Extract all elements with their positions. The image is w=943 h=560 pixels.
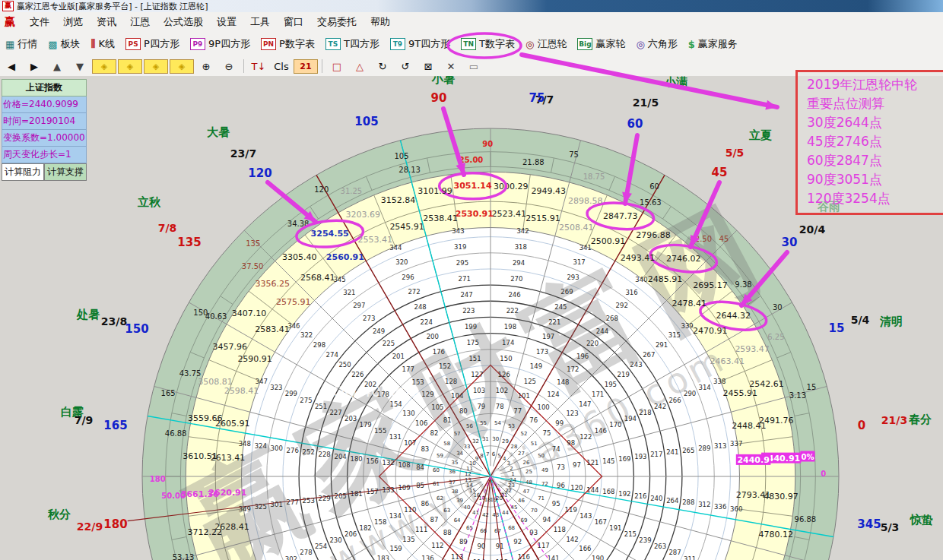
- spiral-number: 312: [698, 501, 710, 508]
- calc-resistance-button[interactable]: 计算阻力: [2, 163, 44, 181]
- pan-left-icon[interactable]: ◈: [92, 59, 116, 74]
- toolbar-button-0[interactable]: ▦行情: [0, 34, 43, 54]
- shrink-icon[interactable]: ✕: [440, 59, 462, 74]
- spiral-number: 220: [586, 340, 599, 347]
- spiral-number: 85: [416, 482, 424, 489]
- toolbar-button-label: 9T四方形: [408, 37, 450, 51]
- spiral-number: 40: [464, 505, 471, 511]
- ts-badge-icon: TS: [325, 38, 341, 50]
- toolbar-button-9[interactable]: ◎江恩轮: [520, 34, 572, 54]
- toolbar-button-1[interactable]: ▩板块: [43, 34, 85, 54]
- spiral-number: 91: [496, 543, 504, 550]
- menu-item-2[interactable]: 资讯: [90, 13, 123, 31]
- outer-price-label: 2746.02: [666, 254, 701, 264]
- toolbar-button-7[interactable]: T99T四方形: [385, 34, 456, 54]
- menu-item-4[interactable]: 公式选股: [157, 13, 210, 31]
- spiral-number: 248: [414, 303, 427, 311]
- menu-item-9[interactable]: 帮助: [364, 13, 397, 31]
- menu-item-7[interactable]: 窗口: [277, 13, 310, 31]
- pct-label: 96.88: [795, 515, 817, 524]
- toolbar-button-6[interactable]: TST四方形: [320, 34, 385, 54]
- forward-icon[interactable]: ▶: [23, 59, 46, 74]
- spiral-number: 175: [467, 339, 479, 346]
- table-icon: ▦: [5, 39, 14, 50]
- pct-label: 46.88: [165, 429, 187, 438]
- inner-price-label: 2545.91: [389, 222, 424, 232]
- menu-item-5[interactable]: 设置: [210, 13, 243, 31]
- calendar-icon[interactable]: 21: [294, 59, 318, 74]
- annotation-line-5: 90度3051点: [807, 170, 943, 189]
- menu-item-1[interactable]: 浏览: [56, 13, 90, 31]
- pct-label: 9.38: [735, 280, 751, 289]
- pan-right-icon[interactable]: ◈: [118, 59, 142, 74]
- spiral-number: 78: [496, 403, 504, 410]
- back-icon[interactable]: ◀: [0, 59, 23, 74]
- calc-support-button[interactable]: 计算支撑: [44, 163, 87, 181]
- screen-icon[interactable]: ▭: [462, 59, 485, 74]
- spiral-number: 8: [480, 453, 483, 459]
- inner-price-label: 2515.91: [525, 214, 560, 223]
- spiral-number: 66: [480, 528, 487, 534]
- spiral-number: 345: [333, 276, 345, 283]
- spiral-number: 135: [402, 536, 414, 543]
- spiral-number: 148: [557, 378, 569, 386]
- spiral-number: 31: [482, 436, 489, 442]
- menu-item-8[interactable]: 交易委托: [310, 13, 364, 31]
- toolbar-button-5[interactable]: PNP数字表: [256, 34, 320, 54]
- toolbar-button-12[interactable]: $赢家服务: [683, 34, 743, 54]
- toolbar-button-4[interactable]: P99P四方形: [185, 34, 256, 54]
- app-logo-icon: 赢: [5, 15, 15, 29]
- toolbar-button-label: 江恩轮: [537, 37, 567, 51]
- spiral-number: 136: [421, 555, 433, 560]
- spiral-number: 263: [654, 543, 666, 550]
- box-x-icon[interactable]: ⊠: [417, 59, 440, 74]
- spiral-number: 56: [466, 423, 473, 429]
- pct-label: 3.13: [789, 391, 806, 400]
- annotation-line-1: 重要点位测算: [807, 94, 943, 113]
- spiral-number: 348: [239, 440, 251, 448]
- spiral-number: 317: [573, 258, 586, 266]
- spiral-number: 71: [538, 495, 545, 501]
- toolbar-button-3[interactable]: PSP四方形: [120, 34, 185, 54]
- angle-label: 120: [248, 166, 271, 180]
- menu-item-3[interactable]: 江恩: [123, 13, 157, 31]
- toolbar-button-2[interactable]: ⫼K线: [86, 34, 121, 54]
- pan-up-icon[interactable]: ◈: [144, 59, 168, 74]
- degree-tick: 60: [649, 182, 659, 191]
- spiral-number: 192: [618, 490, 630, 498]
- spiral-number: 43: [492, 512, 499, 518]
- spiral-number: 119: [565, 506, 577, 514]
- pct-label: 28.13: [398, 166, 421, 174]
- toolbar-button-10[interactable]: Big赢家轮: [572, 34, 630, 54]
- rotate-cw-icon[interactable]: ↻: [371, 59, 394, 74]
- menu-item-0[interactable]: 文件: [23, 13, 56, 31]
- toolbar-button-8[interactable]: TNT数字表: [456, 34, 520, 54]
- outer-price-label: 2644.32: [716, 311, 751, 321]
- outer-price-label: 3407.10: [232, 308, 267, 318]
- spiral-number: 63: [443, 508, 450, 514]
- spiral-number: 90: [477, 543, 485, 550]
- spiral-number: 147: [579, 400, 591, 408]
- menu-item-6[interactable]: 工具: [243, 13, 277, 31]
- spiral-number: 247: [460, 291, 472, 299]
- updown-icon[interactable]: T↓: [247, 59, 270, 74]
- spiral-number: 36: [449, 469, 456, 475]
- down-arrow-icon[interactable]: ▼: [68, 59, 91, 74]
- rotate-ccw-icon[interactable]: ↺: [394, 59, 417, 74]
- spiral-number: 67: [494, 528, 501, 534]
- spiral-number: 196: [576, 353, 589, 360]
- toolbar-button-11[interactable]: ◎六角形: [630, 34, 682, 54]
- service-icon: $: [688, 39, 695, 50]
- triangle-tool-icon[interactable]: △: [348, 59, 371, 74]
- spiral-number: 199: [465, 323, 477, 331]
- spiral-number: 88: [443, 529, 452, 536]
- spiral-number: 82: [430, 429, 439, 437]
- spiral-number: 144: [586, 486, 599, 494]
- zoom-out-icon[interactable]: ⊖: [217, 59, 240, 74]
- up-arrow-icon[interactable]: ▲: [46, 59, 68, 74]
- zoom-in-icon[interactable]: ⊕: [195, 59, 217, 74]
- spiral-number: 176: [433, 348, 445, 356]
- square-tool-icon[interactable]: □: [325, 59, 348, 74]
- pan-down-icon[interactable]: ◈: [170, 59, 194, 74]
- cls-button[interactable]: Cls: [270, 59, 293, 74]
